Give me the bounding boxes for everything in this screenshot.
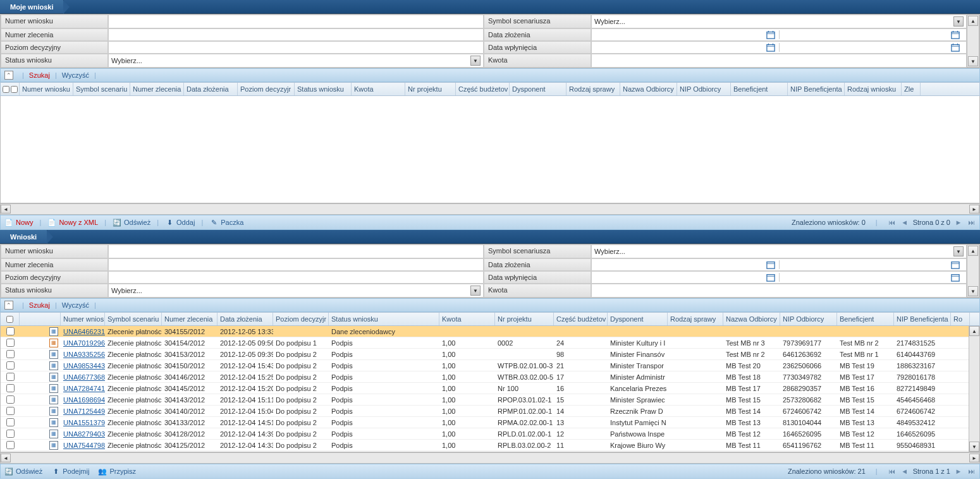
document-icon[interactable]: ▦ <box>49 418 58 427</box>
szukaj-link-2[interactable]: Szukaj <box>29 301 50 309</box>
calendar-icon[interactable] <box>951 30 960 39</box>
table-row[interactable]: ▦UNA7284741Zlecenie płatnośc304145/20122… <box>1 383 979 394</box>
col2-numer-zlecenia[interactable]: Numer zlecenia <box>162 313 217 325</box>
col2-poziom-decyzyjr[interactable]: Poziom decyzyjr <box>273 313 329 325</box>
document-icon[interactable]: ▦ <box>49 452 58 453</box>
col-czesc-budzetov[interactable]: Część budżetov <box>456 83 510 95</box>
col-status-wniosku[interactable]: Status wniosku <box>295 83 352 95</box>
calendar-icon[interactable] <box>766 260 775 269</box>
wyczysc-link-2[interactable]: Wyczyść <box>62 301 89 309</box>
row-checkbox[interactable] <box>6 395 15 404</box>
table-row[interactable]: ▦UNA6677368Zlecenie płatnośc304146/20122… <box>1 371 979 383</box>
col2-symbol-scenariu[interactable]: Symbol scenariu <box>105 313 162 325</box>
row-checkbox[interactable] <box>6 418 15 426</box>
row-checkbox[interactable] <box>6 373 15 381</box>
header-checkbox-2[interactable] <box>1 313 20 325</box>
next-page-icon[interactable]: ► <box>954 467 963 476</box>
col2-dysponent[interactable]: Dysponent <box>608 313 668 325</box>
row-number-link[interactable]: UNA7125449 <box>63 407 105 415</box>
col-symbol-scenariu[interactable]: Symbol scenariu <box>73 83 130 95</box>
col-zle[interactable]: Zle <box>902 83 921 95</box>
row-number-link[interactable]: UNA9853443 <box>63 362 105 370</box>
input-numer-wniosku[interactable] <box>108 15 484 28</box>
calendar-icon[interactable] <box>766 273 775 282</box>
input-data-zlozenia[interactable] <box>591 28 967 41</box>
col2-nip-beneficjenta[interactable]: NIP Beneficjenta <box>894 313 951 325</box>
row-number-link[interactable]: UNA8279403 <box>63 430 105 438</box>
table-row[interactable]: ▦UNA1698694Zlecenie płatnośc304143/20122… <box>1 394 979 406</box>
input-poziom-decyzyjny[interactable] <box>108 41 484 54</box>
calendar-icon[interactable] <box>951 260 960 269</box>
table-row[interactable]: ▦UNA9335256Zlecenie płatnośc304153/20122… <box>1 349 979 360</box>
input-data-wplyniecia-2[interactable] <box>591 271 967 284</box>
col2-nr-projektu[interactable]: Nr projektu <box>495 313 554 325</box>
col-rodzaj-sprawy[interactable]: Rodzaj sprawy <box>567 83 620 95</box>
row-number-link[interactable]: UNA7284741 <box>63 385 105 392</box>
col-numer-wniosku[interactable]: Numer wniosku <box>20 83 73 95</box>
row-checkbox[interactable] <box>6 327 15 335</box>
przypisz-button[interactable]: 👥Przypisz <box>98 467 136 476</box>
last-page-icon[interactable]: ⏭ <box>967 218 976 227</box>
document-icon[interactable]: ▦ <box>49 373 58 382</box>
col2-status-wniosku[interactable]: Status wniosku <box>329 313 439 325</box>
podejmij-button[interactable]: ⬆Podejmij <box>51 467 89 476</box>
document-icon[interactable]: ▦ <box>49 327 58 336</box>
input-numer-wniosku-2[interactable] <box>108 244 484 258</box>
row-number-link[interactable]: UNA7019296 <box>63 339 105 347</box>
col2-rodzaj-sprawy[interactable]: Rodzaj sprawy <box>668 313 723 325</box>
table-row[interactable]: ▦UNA9510845Zlecenie płatnośc304124/20122… <box>1 451 979 452</box>
document-icon[interactable]: ▦ <box>49 407 58 416</box>
col-kwota[interactable]: Kwota <box>352 83 405 95</box>
calendar-icon[interactable] <box>951 43 960 52</box>
col-nip-beneficjenta[interactable]: NIP Beneficjenta <box>788 83 845 95</box>
select-status-wniosku[interactable]: Wybierz...▼ <box>108 54 484 68</box>
grid-vscroll[interactable]: ▲▼ <box>969 326 979 452</box>
col2-nazwa-odbiorcy[interactable]: Nazwa Odbiorcy <box>723 313 780 325</box>
col2-czesc-budzetov[interactable]: Część budżetov <box>554 313 608 325</box>
col-nazwa-odbiorcy[interactable]: Nazwa Odbiorcy <box>620 83 677 95</box>
oddaj-button[interactable]: ⬇Oddaj <box>165 218 195 227</box>
calendar-icon[interactable] <box>766 30 775 39</box>
szukaj-link[interactable]: Szukaj <box>29 71 50 79</box>
tab-wnioski[interactable]: Wnioski <box>0 230 47 243</box>
dropdown-icon[interactable]: ▼ <box>953 16 964 27</box>
filter-vscroll-top[interactable]: ▲▼ <box>967 15 979 68</box>
dropdown-icon[interactable]: ▼ <box>953 246 964 256</box>
col2-data-zlozenia[interactable]: Data złożenia <box>217 313 273 325</box>
first-page-icon[interactable]: ⏮ <box>888 218 897 227</box>
col2-beneficjent[interactable]: Beneficjent <box>837 313 894 325</box>
col-dysponent[interactable]: Dysponent <box>510 83 567 95</box>
dropdown-icon[interactable]: ▼ <box>470 286 481 296</box>
document-icon[interactable]: ▦ <box>49 384 58 393</box>
table-row[interactable]: ▦UNA6466231Zlecenie płatnośc304155/20122… <box>1 326 979 337</box>
select-status-wniosku-2[interactable]: Wybierz...▼ <box>108 284 484 298</box>
calendar-icon[interactable] <box>766 43 775 52</box>
col-rodzaj-wniosku[interactable]: Rodzaj wniosku <box>845 83 902 95</box>
input-numer-zlecenia-2[interactable] <box>108 258 484 271</box>
row-checkbox[interactable] <box>6 361 15 370</box>
table-row[interactable]: ▦UNA7019296Zlecenie płatnośc304154/20122… <box>1 337 979 349</box>
row-checkbox[interactable] <box>6 430 15 438</box>
row-checkbox[interactable] <box>6 339 15 347</box>
table-row[interactable]: ▦UNA1551379Zlecenie płatnośc304133/20122… <box>1 417 979 428</box>
row-checkbox[interactable] <box>6 407 15 415</box>
tab-moje-wnioski[interactable]: Moje wnioski <box>0 0 64 13</box>
nowy-z-xml-button[interactable]: 📄Nowy z XML <box>47 218 98 227</box>
row-number-link[interactable]: UNA9335256 <box>63 351 105 358</box>
row-checkbox[interactable] <box>6 384 15 392</box>
col-nip-odbiorcy[interactable]: NIP Odbiorcy <box>677 83 731 95</box>
nowy-button[interactable]: 📄Nowy <box>4 218 34 227</box>
document-icon[interactable]: ▦ <box>49 350 58 359</box>
row-checkbox[interactable] <box>6 350 15 358</box>
input-kwota[interactable] <box>591 54 967 68</box>
filter-vscroll-bottom[interactable]: ▲▼ <box>967 244 979 298</box>
document-icon[interactable]: ▦ <box>49 430 58 438</box>
odswiez-button[interactable]: 🔄Odśwież <box>113 218 150 227</box>
document-icon[interactable]: ▦ <box>49 395 58 404</box>
prev-page-icon[interactable]: ◄ <box>900 218 909 227</box>
input-poziom-decyzyjny-2[interactable] <box>108 271 484 284</box>
table-row[interactable]: ▦UNA8279403Zlecenie płatnośc304128/20122… <box>1 428 979 440</box>
col2-kwota[interactable]: Kwota <box>439 313 495 325</box>
dropdown-icon[interactable]: ▼ <box>470 56 481 66</box>
table-row[interactable]: ▦UNA9853443Zlecenie płatnośc304150/20122… <box>1 360 979 371</box>
